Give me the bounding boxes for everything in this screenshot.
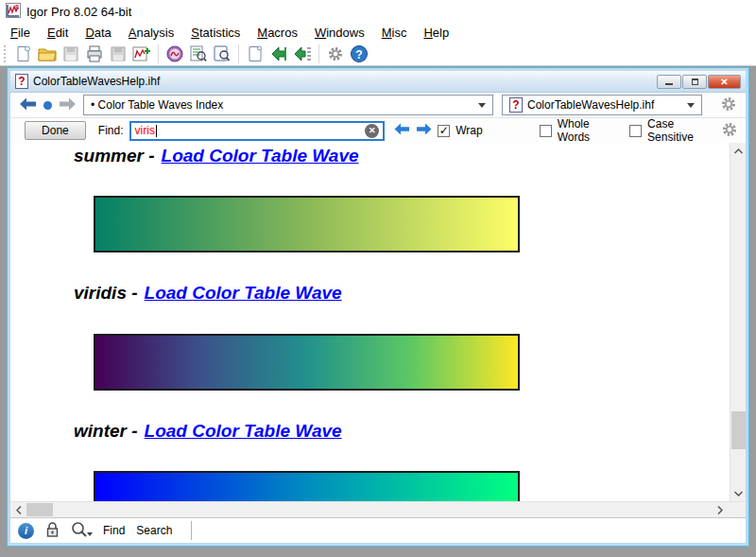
summer-gradient-bar [94,196,520,252]
save-icon[interactable] [60,44,81,64]
svg-text:8: 8 [15,4,19,10]
help-window-titlebar[interactable]: ? ColorTableWavesHelp.ihf ✕ [10,71,746,93]
minimize-button[interactable] [657,75,681,89]
new-notebook-icon[interactable] [245,44,266,64]
settings-gear-icon[interactable] [325,44,346,64]
svg-text:?: ? [355,47,362,61]
help-nav-bar: • Color Table Waves Index ? ColorTableWa… [10,93,746,117]
new-experiment-icon[interactable] [13,44,34,64]
data-browser-icon[interactable] [188,44,209,64]
menubar: File Edit Data Analysis Statistics Macro… [0,23,756,42]
entry-heading-summer: summer -Load Color Table Wave [74,146,359,166]
info-icon[interactable]: i [18,523,34,539]
close-button[interactable]: ✕ [708,75,741,89]
nav-settings-gear-icon[interactable] [720,96,737,115]
menu-macros[interactable]: Macros [249,24,306,42]
menu-edit[interactable]: Edit [39,24,77,42]
chevron-down-icon [687,103,695,112]
scrollbar-corner [730,502,746,517]
colormap-name: winter - [74,421,138,441]
clear-search-icon[interactable]: ✕ [365,124,379,138]
help-file-dropdown[interactable]: ? ColorTableWavesHelp.ihf [502,95,702,115]
help-content: summer -Load Color Table Wave viridis -L… [10,143,746,501]
toolbar-grip[interactable] [4,45,8,62]
step-back-icon[interactable] [268,44,289,64]
restore-button[interactable] [682,75,707,89]
help-icon[interactable]: ? [349,44,369,64]
whole-words-checkbox[interactable] [540,125,552,137]
menu-analysis[interactable]: Analysis [120,24,182,42]
help-file-icon: ? [15,74,28,89]
chevron-down-icon [478,103,486,112]
menu-windows[interactable]: Windows [306,24,373,42]
search-magnifier-icon[interactable] [71,521,92,540]
vertical-scroll-thumb[interactable] [731,411,746,449]
find-label: Find: [98,124,124,137]
horizontal-scroll-thumb[interactable] [26,503,53,516]
find-query-text: viris [135,124,155,137]
app-titlebar: 8 Igor Pro 8.02 64-bit [0,0,756,23]
help-window-title: ColorTableWavesHelp.ihf [33,75,160,88]
toolbar-separator [318,44,319,63]
load-color-table-wave-link[interactable]: Load Color Table Wave [145,421,342,441]
viridis-gradient-bar [94,334,520,391]
step-back-all-icon[interactable] [292,44,313,64]
find-input[interactable]: viris ✕ [129,121,386,141]
nav-back-icon[interactable] [19,97,37,113]
horizontal-scrollbar[interactable] [10,501,746,517]
wrap-checkbox[interactable]: ✓ [438,125,450,137]
save-copy-icon[interactable] [108,44,129,64]
toolbar-separator [158,44,159,63]
nav-current-dot-icon[interactable] [43,101,52,110]
scroll-left-icon[interactable] [10,502,26,517]
topic-dropdown-value: • Color Table Waves Index [91,98,223,112]
open-file-icon[interactable] [37,44,58,64]
new-table-icon[interactable] [164,44,185,64]
find-settings-gear-icon[interactable] [721,121,738,141]
help-file-dropdown-value: ColorTableWavesHelp.ihf [527,98,654,112]
help-file-icon: ? [509,97,523,113]
load-color-table-wave-link[interactable]: Load Color Table Wave [145,283,342,303]
menu-statistics[interactable]: Statistics [182,24,249,42]
app-title: Igor Pro 8.02 64-bit [26,5,131,19]
entry-heading-viridis: viridis -Load Color Table Wave [74,283,342,304]
status-divider [191,521,192,540]
status-search-button[interactable]: Search [136,524,172,537]
vertical-scrollbar[interactable] [730,143,746,501]
menu-help[interactable]: Help [415,24,457,42]
igor-app-icon: 8 [6,3,21,21]
lock-icon[interactable] [45,521,60,541]
colormap-name: summer - [74,146,155,165]
text-cursor [156,125,157,137]
load-color-table-wave-link[interactable]: Load Color Table Wave [162,146,359,165]
scroll-down-icon[interactable] [730,485,746,501]
toolbar: ? [0,42,756,66]
winter-gradient-bar [94,471,520,501]
help-window: ? ColorTableWavesHelp.ihf ✕ • Color Tabl… [8,68,748,546]
find-previous-icon[interactable] [394,123,410,138]
colormap-name: viridis - [74,283,138,303]
done-button[interactable]: Done [25,121,86,140]
topic-dropdown[interactable]: • Color Table Waves Index [83,95,493,115]
nav-forward-icon[interactable] [59,97,77,113]
entry-heading-winter: winter -Load Color Table Wave [74,421,342,442]
menu-misc[interactable]: Misc [373,24,416,42]
menu-file[interactable]: File [2,24,39,42]
help-status-bar: i Find Search [10,517,746,543]
find-next-icon[interactable] [416,123,432,138]
case-sensitive-label: Case Sensitive [647,117,715,144]
find-bar: Done Find: viris ✕ ✓ Wrap Whole Words Ca… [10,117,746,143]
chevron-down-icon [87,532,93,539]
menu-data[interactable]: Data [77,24,119,42]
status-find-button[interactable]: Find [103,524,125,537]
procedure-browser-icon[interactable] [212,44,232,64]
scroll-right-icon[interactable] [712,502,728,517]
print-icon[interactable] [84,44,105,64]
new-graph-icon[interactable] [131,44,152,64]
whole-words-label: Whole Words [558,117,618,144]
case-sensitive-checkbox[interactable] [629,125,642,137]
toolbar-separator [238,44,239,63]
scroll-up-icon[interactable] [730,143,746,159]
wrap-label: Wrap [455,124,482,137]
